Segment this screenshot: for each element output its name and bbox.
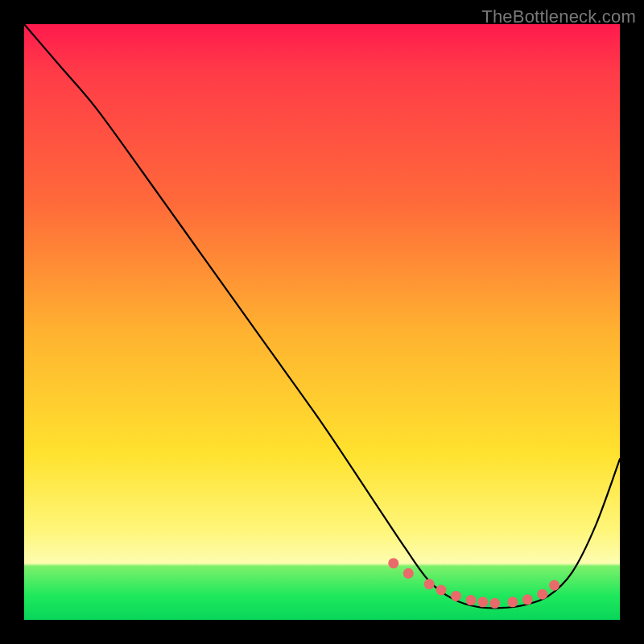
marker-dot	[507, 597, 518, 607]
marker-dot	[477, 597, 488, 607]
watermark-text: TheBottleneck.com	[481, 6, 636, 27]
marker-dot	[489, 598, 500, 609]
marker-dot	[451, 591, 461, 601]
marker-dots	[388, 558, 559, 609]
chart-svg	[24, 24, 620, 620]
marker-dot	[436, 585, 447, 596]
marker-dot	[466, 595, 477, 605]
curve-line	[24, 24, 620, 608]
marker-dot	[549, 580, 559, 591]
marker-dot	[388, 558, 398, 568]
marker-dot	[522, 594, 533, 605]
marker-dot	[424, 579, 435, 589]
chart-frame: TheBottleneck.com	[0, 0, 644, 644]
marker-dot	[537, 589, 547, 600]
marker-dot	[403, 568, 414, 579]
